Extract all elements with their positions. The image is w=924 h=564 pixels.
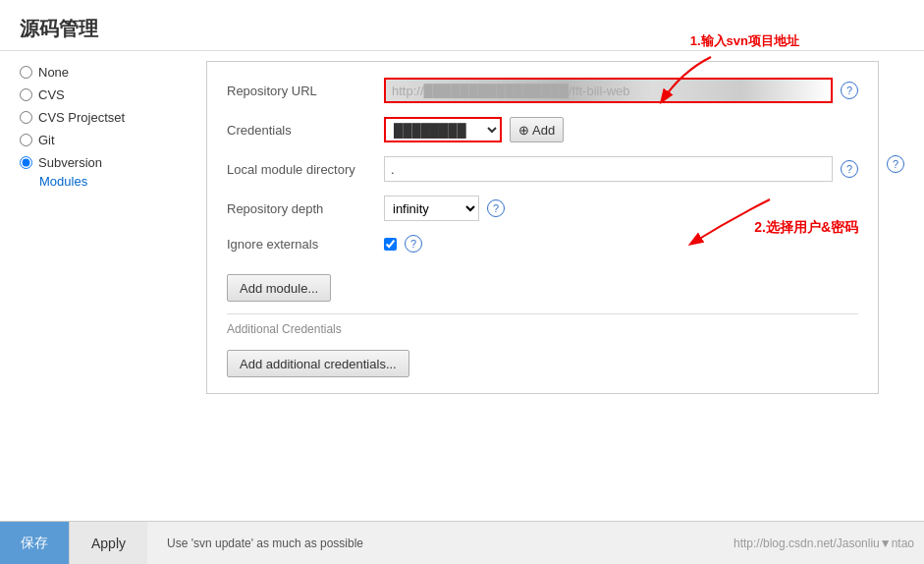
form-panel: Repository URL ? Credentials ████████ ⊕ … (206, 61, 879, 394)
save-button[interactable]: 保存 (0, 522, 69, 565)
credentials-controls: ████████ ⊕ Add (384, 117, 564, 142)
credentials-select[interactable]: ████████ (384, 117, 502, 142)
ignore-externals-label: Ignore externals (227, 237, 384, 252)
repository-url-help-icon[interactable]: ? (841, 82, 858, 99)
modules-link[interactable]: Modules (20, 174, 87, 189)
repository-url-input[interactable] (384, 78, 833, 103)
scm-option-cvs-projectset[interactable]: CVS Projectset (20, 110, 196, 125)
local-module-row: Local module directory ? (227, 156, 858, 182)
add-additional-credentials-button[interactable]: Add additional credentials... (227, 350, 409, 377)
page-wrapper: 源码管理 None CVS CVS Projectset (0, 0, 924, 564)
scm-option-cvs[interactable]: CVS (20, 87, 196, 102)
content-area: Repository URL ? Credentials ████████ ⊕ … (206, 61, 879, 394)
repository-depth-label: Repository depth (227, 201, 384, 216)
ignore-externals-checkbox[interactable] (384, 238, 397, 251)
scm-radio-group: None CVS CVS Projectset Git Subversion (20, 61, 196, 170)
sidebar: None CVS CVS Projectset Git Subversion (20, 61, 196, 394)
additional-credentials-label: Additional Credentials (227, 322, 858, 342)
footer-bar: 保存 Apply Use 'svn update' as much as pos… (0, 521, 924, 564)
annotation-arrow-1 (642, 52, 721, 111)
add-icon: ⊕ (518, 123, 529, 138)
local-module-input[interactable] (384, 156, 833, 182)
repository-depth-select[interactable]: infinity empty files immediates (384, 196, 479, 221)
add-module-button[interactable]: Add module... (227, 274, 331, 302)
credentials-label: Credentials (227, 123, 384, 138)
annotation-arrow-2 (672, 190, 789, 258)
bottom-section: Add additional credentials... (227, 342, 858, 377)
add-module-section: Add module... (227, 266, 858, 302)
credentials-add-button[interactable]: ⊕ Add (510, 117, 564, 142)
subversion-section: Modules (20, 174, 196, 189)
subversion-help-icon[interactable]: ? (887, 155, 904, 173)
local-module-label: Local module directory (227, 162, 384, 177)
repository-url-row: Repository URL ? (227, 78, 858, 103)
ignore-externals-help-icon[interactable]: ? (405, 235, 422, 253)
repository-depth-help-icon[interactable]: ? (487, 199, 505, 217)
scm-option-subversion[interactable]: Subversion (20, 155, 196, 170)
local-module-help-icon[interactable]: ? (841, 160, 858, 178)
credentials-row: Credentials ████████ ⊕ Add (227, 117, 858, 142)
main-content: None CVS CVS Projectset Git Subversion (0, 51, 924, 404)
scm-option-git[interactable]: Git (20, 133, 196, 147)
footer-url: http://blog.csdn.net/Jasonliu▼ntao (734, 536, 924, 550)
apply-button[interactable]: Apply (69, 522, 147, 565)
additional-credentials-section: Additional Credentials Add additional cr… (227, 313, 858, 377)
scm-option-none[interactable]: None (20, 65, 196, 80)
repository-url-label: Repository URL (227, 84, 384, 98)
footer-status-text: Use 'svn update' as much as possible (147, 536, 734, 550)
annotation-1: 1.输入svn项目地址 (690, 32, 799, 50)
